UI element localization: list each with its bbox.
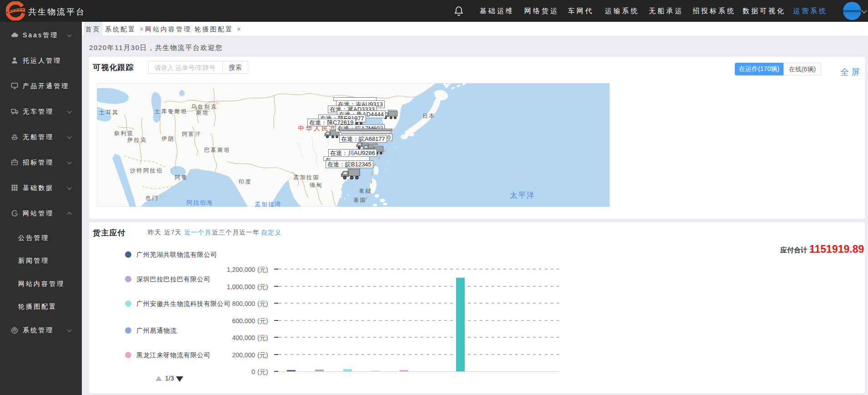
svg-text:巴基斯坦: 巴基斯坦 [204,147,231,153]
svg-text:太平洋: 太平洋 [510,191,535,200]
svg-text:土库曼斯坦: 土库曼斯坦 [155,108,188,115]
svg-text:阿拉伯海: 阿拉伯海 [186,199,213,206]
svg-text:斯坦: 斯坦 [196,110,209,116]
svg-text:伊朗: 伊朗 [161,135,175,142]
svg-text:伊拉克: 伊拉克 [127,137,147,143]
svg-text:老挝: 老挝 [359,188,372,194]
svg-text:孟加拉国: 孟加拉国 [293,174,320,180]
svg-text:孟加拉湾: 孟加拉湾 [255,201,281,207]
svg-text:泰国: 泰国 [353,197,366,203]
svg-text:土耳其: 土耳其 [99,109,119,115]
svg-text:日本: 日本 [422,113,436,119]
svg-text:乌兹别克: 乌兹别克 [191,104,217,110]
svg-text:也门: 也门 [146,195,159,201]
svg-text:叙利亚: 叙利亚 [114,130,134,136]
svg-text:印度: 印度 [239,179,252,185]
svg-text:缅甸: 缅甸 [310,182,323,188]
svg-text:沙特阿拉伯: 沙特阿拉伯 [130,167,163,174]
svg-text:阿曼: 阿曼 [175,174,188,180]
svg-text:阿富汗: 阿富汗 [182,131,202,137]
